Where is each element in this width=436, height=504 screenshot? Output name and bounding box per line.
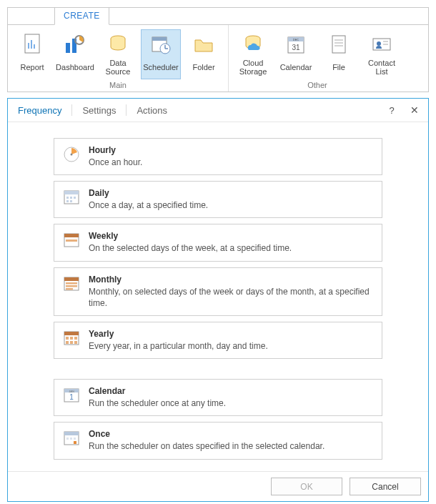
folder-label: Folder xyxy=(186,59,222,77)
monthly-icon xyxy=(63,275,80,292)
help-button[interactable]: ? xyxy=(385,105,398,116)
calendar-label: Calendar xyxy=(278,59,314,77)
scheduler-icon xyxy=(149,33,172,56)
datasource-label: Data Source xyxy=(100,59,136,77)
tab-separator xyxy=(126,104,127,116)
contacts-button[interactable]: Contact List xyxy=(362,29,402,79)
option-title: Calendar xyxy=(89,386,373,396)
calendar-opt-icon xyxy=(63,387,80,404)
contacts-label: Contact List xyxy=(364,59,400,77)
dialog-tab-frequency[interactable]: Frequency xyxy=(15,105,64,116)
option-description: Once an hour. xyxy=(89,157,373,168)
frequency-option-hourly[interactable]: HourlyOnce an hour. xyxy=(54,138,382,175)
datasource-icon xyxy=(106,33,129,56)
ribbon-tabstrip: CREATE xyxy=(8,8,428,25)
file-button[interactable]: File xyxy=(319,29,359,79)
cancel-button[interactable]: Cancel xyxy=(350,478,421,495)
ribbon: CREATE ReportDashboardData SourceSchedul… xyxy=(7,7,429,92)
option-description: Every year, in a particular month, day a… xyxy=(89,340,373,352)
dialog-body: HourlyOnce an hour.DailyOnce a day, at a… xyxy=(8,122,428,471)
dashboard-icon xyxy=(64,33,86,56)
file-label: File xyxy=(321,59,357,77)
group-caption: Other xyxy=(233,79,402,92)
option-title: Yearly xyxy=(89,329,373,339)
scheduler-button[interactable]: Scheduler xyxy=(141,29,181,79)
report-label: Report xyxy=(14,59,50,77)
calendar-icon xyxy=(284,33,307,56)
dialog-footer: OK Cancel xyxy=(8,471,428,501)
frequency-option-calendar[interactable]: CalendarRun the scheduler once at any ti… xyxy=(54,379,382,416)
once-icon xyxy=(63,430,80,447)
tab-create[interactable]: CREATE xyxy=(54,7,109,25)
frequency-option-monthly[interactable]: MonthlyMonthly, on selected days of the … xyxy=(54,267,382,316)
option-title: Weekly xyxy=(89,231,373,241)
option-title: Monthly xyxy=(89,275,373,285)
cloud-icon xyxy=(242,33,264,56)
ribbon-group-other: Cloud StorageCalendarFileContact ListOth… xyxy=(229,25,406,92)
scheduler-dialog: FrequencySettingsActions ? ✕ HourlyOnce … xyxy=(7,98,429,502)
report-icon xyxy=(21,33,44,56)
group-caption: Main xyxy=(12,79,224,92)
frequency-option-yearly[interactable]: YearlyEvery year, in a particular month,… xyxy=(54,322,382,359)
frequency-option-daily[interactable]: DailyOnce a day, at a specified time. xyxy=(54,181,382,218)
option-description: Run the scheduler once at any time. xyxy=(89,397,373,409)
datasource-button[interactable]: Data Source xyxy=(98,29,138,79)
tab-separator xyxy=(71,104,72,116)
cloud-label: Cloud Storage xyxy=(235,59,271,77)
option-description: Monthly, on selected days of the week or… xyxy=(89,286,373,309)
daily-icon xyxy=(63,189,80,206)
option-description: Run the scheduler on dates specified in … xyxy=(89,440,373,452)
ok-button[interactable]: OK xyxy=(271,478,342,495)
option-description: On the selected days of the week, at a s… xyxy=(89,242,373,254)
cloud-button[interactable]: Cloud Storage xyxy=(233,29,273,79)
file-icon xyxy=(327,33,350,56)
option-title: Daily xyxy=(89,188,373,198)
dashboard-label: Dashboard xyxy=(57,59,93,77)
ribbon-group-main: ReportDashboardData SourceSchedulerFolde… xyxy=(8,25,229,92)
folder-button[interactable]: Folder xyxy=(184,29,224,79)
frequency-option-once[interactable]: OnceRun the scheduler on dates specified… xyxy=(54,422,382,459)
scheduler-label: Scheduler xyxy=(143,59,179,77)
folder-icon xyxy=(192,33,215,56)
contact-icon xyxy=(370,33,393,56)
dialog-tab-actions[interactable]: Actions xyxy=(134,105,170,116)
option-title: Once xyxy=(89,429,373,439)
close-button[interactable]: ✕ xyxy=(408,104,421,116)
option-description: Once a day, at a specified time. xyxy=(89,199,373,211)
dialog-header: FrequencySettingsActions ? ✕ xyxy=(8,99,428,122)
calendar-button[interactable]: Calendar xyxy=(276,29,316,79)
report-button[interactable]: Report xyxy=(12,29,52,79)
frequency-option-weekly[interactable]: WeeklyOn the selected days of the week, … xyxy=(54,224,382,261)
hourly-icon xyxy=(63,146,80,163)
option-title: Hourly xyxy=(89,145,373,155)
dashboard-button[interactable]: Dashboard xyxy=(55,29,95,79)
yearly-icon xyxy=(63,330,80,347)
dialog-tab-settings[interactable]: Settings xyxy=(79,105,119,116)
weekly-icon xyxy=(63,232,80,249)
